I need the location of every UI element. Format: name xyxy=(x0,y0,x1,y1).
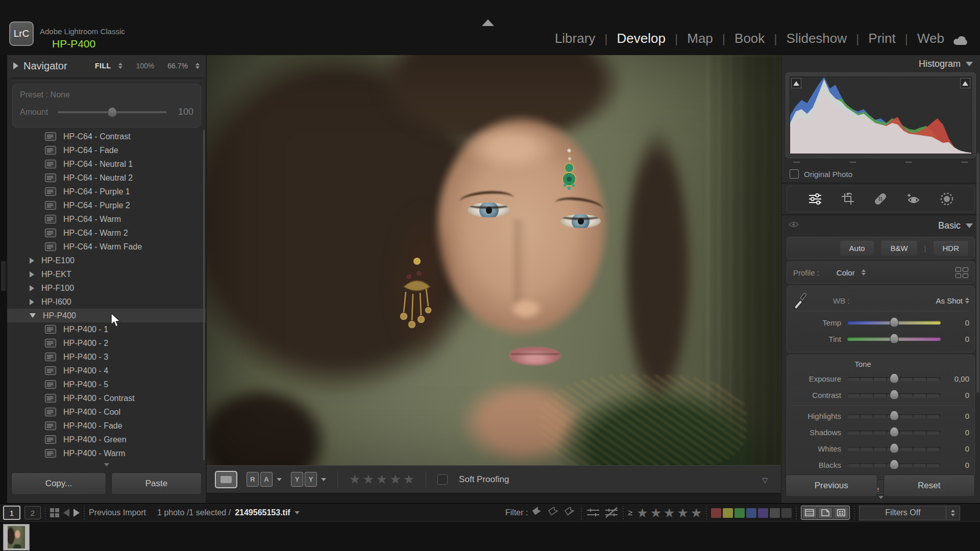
updown-icon[interactable] xyxy=(862,269,866,276)
color-label-swatch-3[interactable] xyxy=(746,508,756,518)
toolbar-star-rating[interactable]: ★★★★★ xyxy=(349,473,414,486)
bw-button[interactable]: B&W xyxy=(881,241,917,256)
hdr-button[interactable]: HDR xyxy=(934,241,969,256)
original-photo-checkbox[interactable] xyxy=(790,169,799,179)
slider-exposure[interactable] xyxy=(847,374,941,383)
preset-item-hp-c64-contrast[interactable]: HP-C64 - Contrast xyxy=(7,130,206,143)
highlight-clipping-button[interactable] xyxy=(960,78,970,88)
histogram-plot[interactable] xyxy=(790,77,972,154)
chevron-down-icon[interactable] xyxy=(295,511,300,514)
left-panel-gutter[interactable] xyxy=(0,55,7,503)
preset-item-hp-p400-green[interactable]: HP-P400 - Green xyxy=(7,433,206,446)
preset-item-hp-c64-warm-fade[interactable]: HP-C64 - Warm Fade xyxy=(7,240,206,254)
slider-thumb[interactable] xyxy=(890,427,899,437)
chevron-down-icon[interactable] xyxy=(321,478,326,481)
color-label-swatch-1[interactable] xyxy=(723,508,733,518)
grid-view-icon[interactable] xyxy=(50,508,59,517)
slider-thumb[interactable] xyxy=(890,411,899,421)
masking-tool[interactable] xyxy=(940,192,953,206)
crop-tool[interactable] xyxy=(841,193,854,205)
toolbar-options-chevron[interactable]: ▽ xyxy=(762,476,768,484)
slider-blacks[interactable] xyxy=(847,461,941,469)
color-label-swatch-6[interactable] xyxy=(781,508,792,518)
preset-item-hp-p400-5[interactable]: HP-P400 - 5 xyxy=(7,378,206,391)
after-view-y[interactable]: Y xyxy=(305,472,317,487)
edit-sliders-tool[interactable] xyxy=(808,193,822,205)
preset-item-hp-c64-neutral-2[interactable]: HP-C64 - Neutral 2 xyxy=(7,171,206,185)
flag-rejected-icon[interactable] xyxy=(565,507,577,518)
red-eye-tool[interactable] xyxy=(906,193,921,205)
filter-star-rating[interactable]: ★★★★★ xyxy=(636,507,702,519)
second-window-button[interactable]: 2 xyxy=(24,506,41,519)
updown-icon[interactable] xyxy=(965,297,969,304)
preset-item-hp-p400-warm[interactable]: HP-P400 - Warm xyxy=(7,446,206,460)
profile-browser-icon[interactable] xyxy=(955,267,968,278)
preset-item-hp-p400-contrast[interactable]: HP-P400 - Contrast xyxy=(7,391,206,405)
shadow-clipping-button[interactable] xyxy=(791,78,801,88)
chevron-down-icon[interactable] xyxy=(104,463,109,466)
slider-highlights[interactable] xyxy=(847,412,941,420)
slider-shadows[interactable] xyxy=(847,428,941,436)
module-tab-book[interactable]: Book xyxy=(734,31,765,46)
preset-item-hp-c64-warm[interactable]: HP-C64 - Warm xyxy=(7,212,206,226)
updown-icon[interactable] xyxy=(195,63,200,69)
preset-item-hp-p400-fade[interactable]: HP-P400 - Fade xyxy=(7,419,206,433)
navigator-fit-mode[interactable]: FILL xyxy=(95,62,111,70)
module-tab-slideshow[interactable]: Slideshow xyxy=(787,31,847,46)
triangle-down-icon[interactable] xyxy=(966,62,973,66)
color-label-swatch-4[interactable] xyxy=(758,508,768,518)
reference-view-a[interactable]: A xyxy=(260,472,273,487)
color-label-swatch-0[interactable] xyxy=(711,508,721,518)
cloud-sync-icon[interactable] xyxy=(952,35,970,49)
profile-value[interactable]: Color xyxy=(837,268,855,277)
color-label-swatch-5[interactable] xyxy=(770,508,780,518)
histogram-header[interactable]: Histogram xyxy=(786,55,976,72)
source-collection-label[interactable]: Previous Import xyxy=(89,508,146,517)
slider-contrast[interactable] xyxy=(847,391,941,399)
star-icon[interactable]: ★ xyxy=(636,507,648,519)
star-icon[interactable]: ★ xyxy=(664,507,675,519)
preset-item-hp-p400-2[interactable]: HP-P400 - 2 xyxy=(7,336,206,350)
navigator-zoom-100[interactable]: 100% xyxy=(136,62,154,70)
star-icon[interactable]: ★ xyxy=(389,473,401,486)
rating-gte-label[interactable]: ≥ xyxy=(628,508,632,517)
preset-group-hp-f100[interactable]: HP-F100 xyxy=(7,281,206,295)
filters-dropdown[interactable]: Filters Off xyxy=(859,506,960,520)
amount-slider[interactable] xyxy=(58,111,167,113)
preset-group-hp-p400[interactable]: HP-P400 xyxy=(7,309,206,322)
star-icon[interactable]: ★ xyxy=(650,507,662,519)
badge-dots-icon[interactable] xyxy=(834,507,848,518)
preset-group-hp-ekt[interactable]: HP-EKT xyxy=(7,267,206,281)
before-view-y[interactable]: Y xyxy=(291,472,303,487)
module-tab-map[interactable]: Map xyxy=(687,31,713,46)
preset-list-scrollbar[interactable] xyxy=(203,130,205,460)
updown-icon[interactable] xyxy=(118,63,122,69)
filmstrip-thumbnail[interactable] xyxy=(3,524,30,550)
before-after-view-toggle[interactable]: Y Y xyxy=(291,472,326,487)
star-icon[interactable]: ★ xyxy=(349,473,360,486)
chevron-down-icon[interactable] xyxy=(277,478,282,481)
module-tab-web[interactable]: Web xyxy=(917,31,944,46)
previous-button[interactable]: Previous xyxy=(786,474,877,497)
amount-slider-thumb[interactable] xyxy=(108,107,117,117)
main-window-button[interactable]: 1 xyxy=(3,506,20,520)
selected-filename[interactable]: 2149565153.tif xyxy=(235,508,290,517)
preset-item-hp-p400-1[interactable]: HP-P400 - 1 xyxy=(7,322,206,336)
reference-view-r[interactable]: R xyxy=(247,472,259,487)
edited-filter-icon[interactable] xyxy=(586,507,600,519)
collapse-top-panel-icon[interactable] xyxy=(482,19,494,26)
panel-eye-icon[interactable] xyxy=(789,221,799,230)
star-icon[interactable]: ★ xyxy=(376,473,387,486)
preset-item-hp-c64-purple-1[interactable]: HP-C64 - Purple 1 xyxy=(7,185,206,198)
slider-thumb[interactable] xyxy=(890,373,899,384)
filmstrip-frame-icon[interactable] xyxy=(802,507,817,518)
preset-item-hp-c64-neutral-1[interactable]: HP-C64 - Neutral 1 xyxy=(7,157,206,171)
auto-button[interactable]: Auto xyxy=(840,241,874,256)
wb-value[interactable]: As Shot xyxy=(936,296,963,305)
reference-view-toggle[interactable]: R A xyxy=(247,472,282,487)
color-label-swatch-2[interactable] xyxy=(734,508,745,518)
navigator-zoom-ratio[interactable]: 66.7% xyxy=(167,62,188,70)
triangle-down-icon[interactable] xyxy=(966,223,973,228)
slider-temp[interactable] xyxy=(847,318,941,327)
unedited-filter-icon[interactable] xyxy=(604,507,619,519)
